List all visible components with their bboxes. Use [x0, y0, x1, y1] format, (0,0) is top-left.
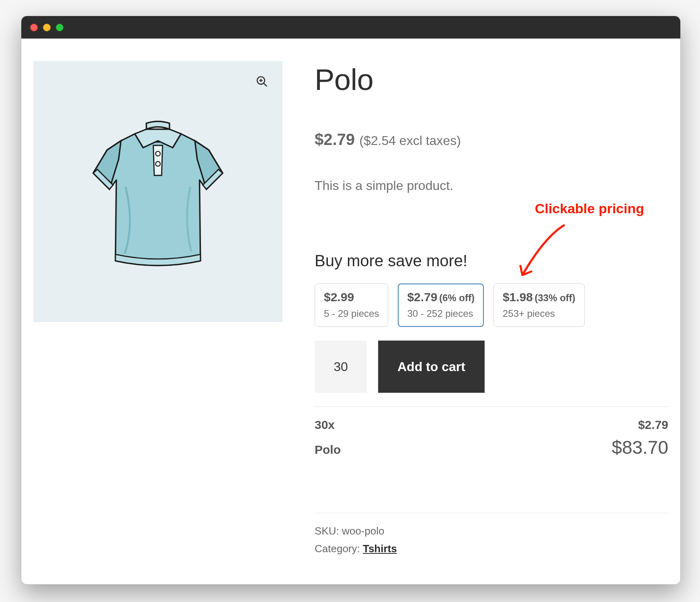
page-content: Polo $2.79 ($2.54 excl taxes) This is a … — [21, 39, 680, 569]
tier-price: $2.79 — [407, 290, 437, 304]
annotation-label: Clickable pricing — [535, 201, 644, 216]
summary-unit-price: $2.79 — [638, 418, 668, 432]
product-price: $2.79 ($2.54 excl taxes) — [315, 131, 668, 149]
summary-qty-label: 30x — [315, 418, 335, 432]
summary-total: $83.70 — [612, 437, 668, 458]
price-excl-tax: ($2.54 excl taxes) — [359, 133, 461, 148]
category-label: Category: — [315, 543, 363, 555]
category-link[interactable]: Tshirts — [363, 543, 397, 555]
price-summary: 30x $2.79 Polo $83.70 — [315, 406, 668, 461]
tier-price: $1.98 — [503, 290, 533, 304]
sku-value: woo-polo — [342, 525, 385, 537]
browser-window: Polo $2.79 ($2.54 excl taxes) This is a … — [21, 16, 680, 584]
tier-price: $2.99 — [324, 290, 354, 304]
product-gallery — [33, 61, 282, 557]
product-summary: Polo $2.79 ($2.54 excl taxes) This is a … — [315, 61, 668, 557]
product-image[interactable] — [33, 61, 282, 322]
meta-sku: SKU: woo-polo — [315, 522, 668, 540]
tier-range: 30 - 252 pieces — [407, 308, 475, 319]
window-minimize-button[interactable] — [43, 24, 51, 31]
tier-range: 253+ pieces — [503, 308, 575, 319]
pricing-tier-group: $2.99 5 - 29 pieces $2.79 (6% off) 30 - … — [315, 284, 668, 327]
pricing-tier-3[interactable]: $1.98 (33% off) 253+ pieces — [493, 284, 585, 327]
polo-illustration — [65, 99, 250, 284]
add-to-cart-row: Add to cart — [315, 341, 668, 393]
window-close-button[interactable] — [30, 24, 38, 31]
pricing-tier-2[interactable]: $2.79 (6% off) 30 - 252 pieces — [398, 284, 484, 327]
zoom-in-icon[interactable] — [254, 73, 270, 90]
tier-heading: Buy more save more! — [315, 252, 668, 270]
meta-category: Category: Tshirts — [315, 540, 668, 557]
quantity-input[interactable] — [315, 341, 367, 393]
pricing-tier-1[interactable]: $2.99 5 - 29 pieces — [315, 284, 388, 327]
product-meta: SKU: woo-polo Category: Tshirts — [315, 513, 668, 557]
product-description: This is a simple product. — [315, 178, 668, 193]
price-main: $2.79 — [315, 131, 355, 148]
sku-label: SKU: — [315, 525, 342, 537]
product-title: Polo — [315, 63, 668, 97]
tier-discount: (33% off) — [534, 292, 575, 303]
svg-point-4 — [156, 151, 160, 156]
svg-line-1 — [264, 83, 267, 86]
svg-point-5 — [156, 161, 160, 166]
tier-range: 5 - 29 pieces — [324, 308, 379, 319]
summary-product-name: Polo — [315, 443, 341, 457]
add-to-cart-button[interactable]: Add to cart — [378, 341, 485, 393]
tier-discount: (6% off) — [439, 292, 475, 303]
window-titlebar — [21, 16, 680, 39]
window-fullscreen-button[interactable] — [56, 24, 63, 31]
